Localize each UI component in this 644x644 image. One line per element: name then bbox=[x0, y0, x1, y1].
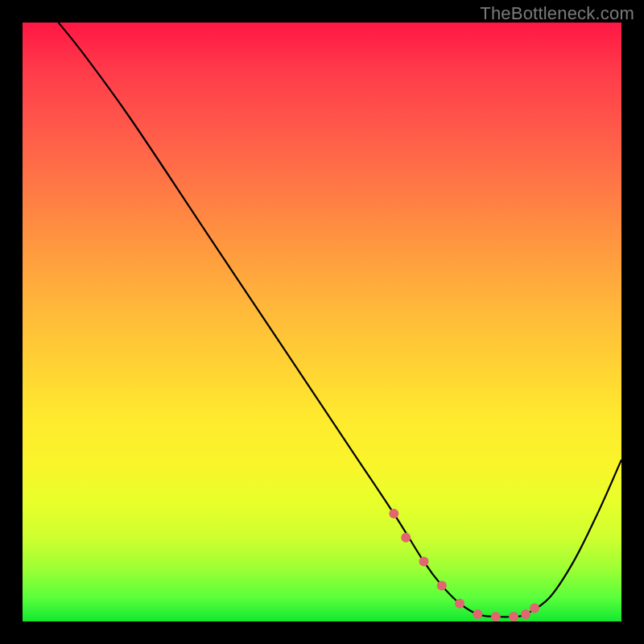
valley-marker bbox=[455, 599, 464, 609]
valley-marker bbox=[419, 557, 429, 567]
valley-marker-group bbox=[389, 509, 539, 621]
valley-marker bbox=[521, 609, 530, 619]
chart-frame: TheBottleneck.com bbox=[0, 0, 644, 644]
valley-marker bbox=[401, 533, 411, 543]
valley-marker bbox=[509, 612, 518, 621]
chart-curve-path bbox=[59, 23, 621, 617]
valley-marker bbox=[530, 604, 539, 613]
valley-marker bbox=[437, 580, 447, 590]
plot-area bbox=[23, 23, 621, 621]
valley-marker bbox=[473, 609, 482, 619]
chart-svg bbox=[23, 23, 621, 621]
valley-marker bbox=[491, 612, 501, 621]
watermark-text: TheBottleneck.com bbox=[480, 3, 634, 24]
valley-marker bbox=[389, 509, 398, 518]
